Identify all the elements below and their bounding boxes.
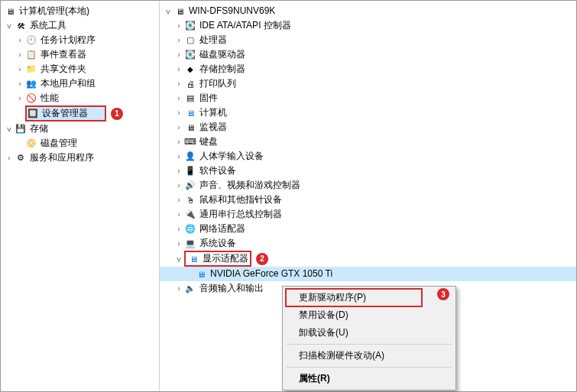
users-icon (25, 78, 37, 90)
device-hid[interactable]: ›人体学输入设备 (160, 149, 576, 164)
storage-ctrl-label: 存储控制器 (199, 62, 245, 76)
badge-1: 1 (111, 108, 123, 120)
task-scheduler-label: 任务计划程序 (41, 33, 96, 47)
menu-properties[interactable]: 属性(R) (285, 370, 453, 387)
storage-label: 存储 (30, 121, 48, 136)
performance-label: 性能 (41, 91, 59, 105)
tree-event-viewer[interactable]: › 事件查看器 (1, 47, 159, 62)
device-network[interactable]: ›网络适配器 (160, 222, 576, 236)
menu-update-label: 更新驱动程序(P) (299, 291, 366, 304)
device-sound-video[interactable]: ›声音、视频和游戏控制器 (160, 178, 576, 193)
menu-properties-label: 属性(R) (299, 372, 330, 385)
device-keyboard[interactable]: ›键盘 (160, 134, 576, 149)
tree-task-scheduler[interactable]: › 任务计划程序 (1, 33, 159, 47)
tree-system-tools[interactable]: ⅴ 系统工具 (1, 18, 159, 33)
chevron-down-icon[interactable]: ⅴ (173, 254, 184, 263)
chevron-right-icon[interactable]: › (173, 65, 184, 73)
device-system[interactable]: ›系统设备 (160, 236, 576, 251)
diskdrive-icon (184, 49, 196, 61)
device-computer[interactable]: ›计算机 (160, 105, 576, 120)
chevron-right-icon[interactable]: › (173, 284, 184, 293)
computer-icon (4, 5, 16, 18)
chevron-right-icon[interactable]: › (173, 138, 184, 146)
tree-storage[interactable]: ⅴ 存储 (1, 121, 159, 136)
chevron-right-icon[interactable]: › (4, 154, 15, 162)
chevron-right-icon[interactable]: › (15, 79, 25, 88)
display-adapter-label: 显示适配器 (203, 251, 248, 266)
firmware-label: 固件 (199, 91, 218, 105)
chevron-right-icon[interactable]: › (173, 36, 184, 44)
device-cpu[interactable]: ›处理器 (160, 33, 576, 47)
local-users-label: 本地用户和组 (41, 76, 96, 91)
chevron-right-icon[interactable]: › (173, 79, 184, 88)
tree-root[interactable]: 计算机管理(本地) (1, 4, 159, 18)
disk-label: 磁盘驱动器 (199, 47, 245, 62)
menu-separator (287, 344, 452, 345)
chevron-right-icon[interactable]: › (15, 65, 25, 73)
disk-mgmt-label: 磁盘管理 (41, 136, 77, 151)
chevron-right-icon[interactable]: › (173, 181, 184, 190)
device-display-adapter[interactable]: 显示适配器 (184, 251, 251, 267)
menu-scan-label: 扫描检测硬件改动(A) (299, 349, 384, 362)
device-host[interactable]: ⅴ WIN-DFS9NUNV69K (160, 4, 576, 18)
device-monitor[interactable]: ›监视器 (160, 120, 576, 134)
chevron-right-icon[interactable]: › (173, 239, 184, 248)
chevron-right-icon[interactable]: › (15, 36, 25, 44)
chevron-right-icon[interactable]: › (173, 94, 184, 102)
device-print-queue[interactable]: ›打印队列 (160, 76, 576, 91)
tree-performance[interactable]: › 性能 (1, 91, 159, 105)
chevron-right-icon[interactable]: › (173, 152, 184, 160)
cpu-label: 处理器 (199, 33, 227, 47)
chevron-down-icon[interactable]: ⅴ (4, 21, 15, 30)
system-tools-label: 系统工具 (30, 18, 66, 33)
menu-uninstall-device[interactable]: 卸载设备(U) (285, 324, 453, 342)
chevron-right-icon[interactable]: › (173, 109, 184, 117)
chevron-right-icon[interactable]: › (173, 210, 184, 219)
chevron-right-icon[interactable]: › (173, 225, 184, 233)
chevron-right-icon[interactable]: › (15, 94, 25, 102)
device-mouse[interactable]: ›鼠标和其他指针设备 (160, 193, 576, 207)
menu-scan-hardware[interactable]: 扫描检测硬件改动(A) (285, 347, 453, 364)
sound-video-label: 声音、视频和游戏控制器 (199, 178, 300, 193)
device-usb[interactable]: ›通用串行总线控制器 (160, 207, 576, 222)
gpu-label: NVIDIA GeForce GTX 1050 Ti (210, 267, 332, 281)
software-label: 软件设备 (199, 164, 236, 178)
shared-folders-label: 共享文件夹 (41, 62, 86, 76)
service-icon (15, 152, 27, 164)
sound-icon (184, 180, 196, 192)
root-label: 计算机管理(本地) (19, 4, 89, 18)
tree-device-manager[interactable]: 设备管理器 (25, 105, 106, 121)
chevron-right-icon[interactable]: › (173, 167, 184, 175)
performance-icon (25, 92, 37, 105)
device-gpu[interactable]: NVIDIA GeForce GTX 1050 Ti (160, 267, 576, 281)
device-ide[interactable]: ›IDE ATA/ATAPI 控制器 (160, 18, 576, 33)
chevron-right-icon[interactable]: › (173, 50, 184, 59)
software-icon (184, 165, 196, 177)
menu-update-driver[interactable]: 更新驱动程序(P) (285, 289, 453, 306)
system-icon (184, 238, 196, 250)
chevron-right-icon[interactable]: › (173, 21, 184, 30)
chevron-right-icon[interactable]: › (15, 50, 25, 59)
menu-disable-label: 禁用设备(D) (299, 309, 348, 322)
network-label: 网络适配器 (199, 222, 245, 236)
chevron-right-icon[interactable]: › (173, 123, 184, 131)
device-manager-icon (27, 108, 39, 120)
device-firmware[interactable]: ›固件 (160, 91, 576, 105)
device-disk[interactable]: ›磁盘驱动器 (160, 47, 576, 62)
services-apps-label: 服务和应用程序 (30, 151, 94, 165)
chevron-right-icon[interactable]: › (173, 196, 184, 204)
device-software[interactable]: ›软件设备 (160, 164, 576, 178)
tree-services-apps[interactable]: › 服务和应用程序 (1, 151, 159, 165)
ide-icon (184, 20, 196, 32)
chevron-down-icon[interactable]: ⅴ (163, 7, 173, 15)
computer-icon (184, 107, 196, 119)
tree-local-users[interactable]: › 本地用户和组 (1, 76, 159, 91)
print-queue-label: 打印队列 (199, 76, 236, 91)
audio-io-label: 音频输入和输出 (199, 281, 264, 296)
tree-shared-folders[interactable]: › 共享文件夹 (1, 62, 159, 76)
chevron-down-icon[interactable]: ⅴ (4, 125, 15, 133)
tree-disk-mgmt[interactable]: 磁盘管理 (1, 136, 159, 151)
left-tree: 计算机管理(本地) ⅴ 系统工具 › 任务计划程序 › 事件查看器 › 共享文件… (1, 1, 160, 391)
menu-disable-device[interactable]: 禁用设备(D) (285, 306, 453, 324)
device-storage-ctrl[interactable]: ›存储控制器 (160, 62, 576, 76)
